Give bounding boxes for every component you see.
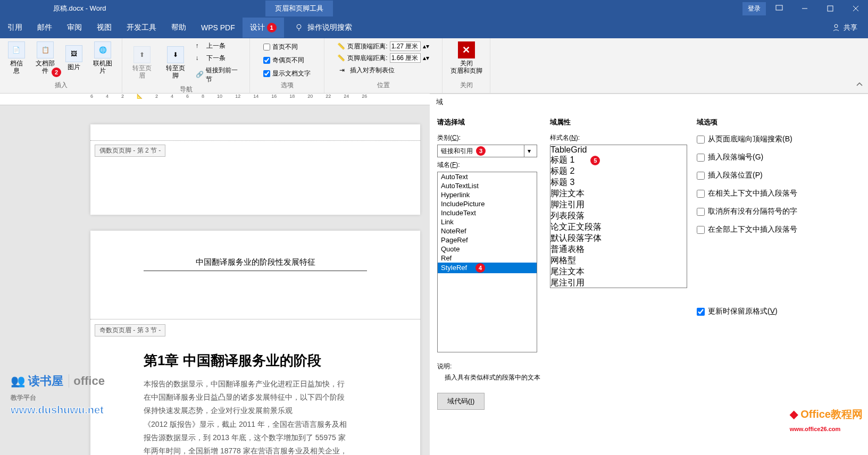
ribbon-group-insert: 📄档信息 📋文档部件2 🖼图片 🌐联机图片 插入 xyxy=(0,38,122,93)
image-icon: 🖼 xyxy=(65,45,82,62)
update-keep-format-checkbox[interactable]: 更新时保留原格式(V) xyxy=(697,302,856,321)
fieldname-label: 域名(F): xyxy=(437,157,541,172)
field-options-column: 域选项 从页面底端向顶端搜索(B)插入段落编号(G)插入段落位置(P)在相关上下… xyxy=(697,114,856,352)
tell-me-label: 操作说明搜索 xyxy=(307,23,352,32)
style-item[interactable]: TableGrid xyxy=(550,145,687,155)
link-previous-button[interactable]: 🔗链接到前一节 xyxy=(194,65,245,85)
svg-rect-2 xyxy=(828,6,833,11)
close-header-footer-button[interactable]: ✕关闭 页眉和页脚 xyxy=(447,40,486,76)
svg-rect-0 xyxy=(776,5,782,10)
show-doc-text-checkbox[interactable]: 显示文档文字 xyxy=(263,68,311,79)
style-item[interactable]: 尾注文本 xyxy=(550,266,687,277)
ribbon: 📄档信息 📋文档部件2 🖼图片 🌐联机图片 插入 ⬆转至页眉 ⬇转至页脚 ↑上一… xyxy=(0,38,868,94)
body-line: 报告源数据显示，到 2013 年底，这个数字增加到了 55975 家 xyxy=(144,431,410,444)
body-line: 在中国翻译服务业日益凸显的诸多发展特征中，以下四个阶段 xyxy=(144,391,410,404)
tab-view[interactable]: 视图 xyxy=(89,18,119,38)
field-option-checkbox[interactable]: 插入段落编号(G) xyxy=(697,148,856,166)
even-footer-area[interactable] xyxy=(90,124,420,141)
options-head: 域选项 xyxy=(697,114,856,130)
ruler[interactable]: 642📐2468101214161820222426 xyxy=(0,94,430,105)
field-option-checkbox[interactable]: 在全部上下文中插入段落号 xyxy=(697,221,856,239)
watermark-officejc: ◆ Office教程网 www.office26.com xyxy=(790,407,863,434)
fieldname-item[interactable]: Hyperlink xyxy=(438,190,537,199)
tab-help[interactable]: 帮助 xyxy=(164,18,194,38)
stylename-listbox[interactable]: TableGrid标题 15标题 2标题 3脚注文本脚注引用列表段落论文正文段落… xyxy=(550,145,687,288)
badge-1: 1 xyxy=(267,23,277,32)
field-option-checkbox[interactable]: 插入段落位置(P) xyxy=(697,166,856,184)
fieldname-item[interactable]: AutoText xyxy=(438,172,537,181)
desc-text: 插入具有类似样式的段落中的文本 xyxy=(437,371,861,382)
close-window-button[interactable] xyxy=(844,0,868,17)
doc-parts-button[interactable]: 📋文档部件2 xyxy=(30,40,60,76)
fieldname-item[interactable]: NoteRef xyxy=(438,226,537,235)
ribbon-options-icon[interactable] xyxy=(767,0,791,17)
odd-header-label: 奇数页页眉 - 第 3 节 - xyxy=(95,324,165,336)
document-name: 原稿.docx - Word xyxy=(53,4,106,13)
tab-mailings[interactable]: 邮件 xyxy=(30,18,60,38)
category-combo[interactable]: 链接和引用 3 ▾ xyxy=(437,145,537,157)
style-item[interactable]: 脚注文本 xyxy=(550,188,687,199)
doc-info-button[interactable]: 📄档信息 xyxy=(4,40,28,76)
style-item[interactable]: 标题 3 xyxy=(550,177,687,188)
field-codes-button[interactable]: 域代码(I) xyxy=(437,393,485,410)
fieldname-item[interactable]: IncludeText xyxy=(438,208,537,217)
header-top-input[interactable] xyxy=(390,41,421,51)
field-option-checkbox[interactable]: 在相关上下文中插入段落号 xyxy=(697,184,856,203)
online-image-button[interactable]: 🌐联机图片 xyxy=(88,40,118,76)
footer-bottom-input[interactable] xyxy=(390,53,421,63)
style-item[interactable]: 网格型 xyxy=(550,255,687,266)
style-item[interactable]: 列表段落 xyxy=(550,210,687,222)
tell-me-search[interactable]: 操作说明搜索 xyxy=(295,23,352,32)
category-label: 类别(C): xyxy=(437,130,541,145)
odd-even-diff-checkbox[interactable]: 奇偶页不同 xyxy=(263,55,311,66)
goto-footer-button[interactable]: ⬇转至页脚 xyxy=(160,45,191,81)
next-icon: ↓ xyxy=(196,54,204,63)
group-label-insert: 插入 xyxy=(55,81,68,91)
fieldname-item[interactable]: IncludePicture xyxy=(438,199,537,208)
next-section-button[interactable]: ↓下一条 xyxy=(194,53,245,64)
field-option-checkbox[interactable]: 取消所有没有分隔符号的字 xyxy=(697,203,856,221)
body-line: 保持快速发展态势，企业对行业发展前景乐观 xyxy=(144,404,410,417)
style-item[interactable]: 普通表格 xyxy=(550,244,687,255)
maximize-button[interactable] xyxy=(818,0,842,17)
fieldname-item[interactable]: Ref xyxy=(438,254,537,263)
insert-align-tab-button[interactable]: ⇥插入对齐制表位 xyxy=(337,65,429,76)
fieldname-item[interactable]: AutoTextList xyxy=(438,181,537,190)
tab-design[interactable]: 设计 1 xyxy=(243,18,284,38)
fieldname-item[interactable]: PageRef xyxy=(438,235,537,245)
style-item[interactable]: 默认段落字体 xyxy=(550,233,687,244)
tab-review[interactable]: 审阅 xyxy=(60,18,89,38)
header-text[interactable]: 中国翻译服务业的阶段性发展特征 xyxy=(144,231,367,271)
ribbon-tabs: 引用 邮件 审阅 视图 开发工具 帮助 WPS PDF 设计 1 操作说明搜索 … xyxy=(0,17,868,38)
style-item[interactable]: 尾注引用 xyxy=(550,277,687,288)
field-select-column: 请选择域 类别(C): 链接和引用 3 ▾ 域名(F): AutoTextAut… xyxy=(437,114,541,352)
tab-references[interactable]: 引用 xyxy=(0,18,30,38)
goto-footer-icon: ⬇ xyxy=(167,46,184,63)
image-button[interactable]: 🖼图片 xyxy=(62,44,86,72)
first-page-diff-checkbox[interactable]: 首页不同 xyxy=(263,41,311,53)
docparts-icon: 📋 xyxy=(37,41,54,58)
fieldname-item[interactable]: Quote xyxy=(438,245,537,254)
tab-developer[interactable]: 开发工具 xyxy=(119,18,164,38)
minimize-button[interactable] xyxy=(792,0,817,17)
goto-header-button[interactable]: ⬆转至页眉 xyxy=(127,45,158,81)
badge-2: 2 xyxy=(52,68,61,77)
field-option-checkbox[interactable]: 从页面底端向顶端搜索(B) xyxy=(697,130,856,148)
style-item[interactable]: 标题 2 xyxy=(550,166,687,177)
share-button[interactable]: 共享 xyxy=(832,23,857,32)
collapse-ribbon-icon[interactable] xyxy=(851,78,868,93)
group-label-options: 选项 xyxy=(281,81,294,91)
chevron-down-icon[interactable]: ▾ xyxy=(524,145,533,157)
style-item[interactable]: 标题 15 xyxy=(550,155,687,166)
style-item[interactable]: 脚注引用 xyxy=(550,199,687,210)
login-button[interactable]: 登录 xyxy=(742,2,766,15)
style-item[interactable]: 论文正文段落 xyxy=(550,222,687,233)
prev-section-button[interactable]: ↑上一条 xyxy=(194,40,245,52)
fieldname-item[interactable]: Link xyxy=(438,217,537,226)
fieldname-item[interactable]: StyleRef4 xyxy=(438,263,537,273)
page-previous: 偶数页页脚 - 第 2 节 - xyxy=(90,124,420,215)
fieldname-listbox[interactable]: AutoTextAutoTextListHyperlinkIncludePict… xyxy=(437,172,537,352)
tab-wpspdf[interactable]: WPS PDF xyxy=(194,18,243,37)
tab-icon: ⇥ xyxy=(339,66,348,75)
ribbon-group-options: 首页不同 奇偶页不同 显示文档文字 选项 xyxy=(250,38,324,93)
